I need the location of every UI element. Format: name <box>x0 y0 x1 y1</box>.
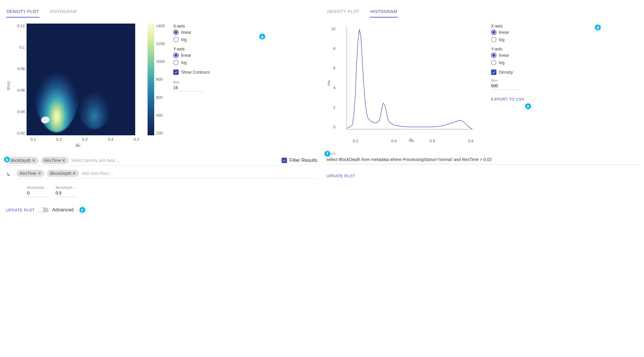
hist-xaxis-linear-radio[interactable]: linear <box>491 30 524 35</box>
xaxis-log-radio[interactable]: log <box>173 37 210 42</box>
right-tabs: DENSITY PLOT HISTOGRAM <box>327 6 638 18</box>
data-filter-placeholder: Add data filters ... <box>81 171 317 176</box>
tab-density-plot[interactable]: DENSITY PLOT <box>6 6 40 18</box>
density-colorbar: 1400 1200 1000 800 600 400 200 <box>145 24 165 135</box>
hist-yaxis-log-radio[interactable]: log <box>491 60 524 65</box>
query-label: Query <box>327 152 638 155</box>
bins-label: Bins <box>173 80 210 84</box>
left-tabs: DENSITY PLOT HISTOGRAM <box>6 6 317 18</box>
query-input[interactable]: select BlockDepth from metadata where Pr… <box>327 155 638 165</box>
close-icon[interactable]: ✕ <box>32 158 36 163</box>
density-xlabel: i/i₀ <box>17 143 139 148</box>
hist-xaxis-log-radio[interactable]: log <box>491 37 524 42</box>
histogram-svg <box>338 24 477 135</box>
histogram-chart[interactable]: 10 8 6 4 2 0 0.2 0.4 0.6 0.8 <box>338 24 477 143</box>
yaxis-label: Y-axis <box>173 47 210 51</box>
close-icon[interactable]: ✕ <box>38 171 41 176</box>
filter-results-checkbox[interactable]: Filter Results <box>282 158 317 163</box>
advanced-toggle[interactable] <box>38 207 49 212</box>
range-max-input[interactable] <box>56 189 77 197</box>
subarrow-icon: ↳ <box>6 171 11 178</box>
density-filters: b BlockDepth✕ ResTime✕ Select density pl… <box>6 157 317 197</box>
show-contours-checkbox[interactable]: Show Contours <box>173 69 210 75</box>
callout-c: c <box>78 206 86 214</box>
hist-yticks: 10 8 6 4 2 0 <box>331 27 337 129</box>
density-xticks: 0.1 0.2 0.3 0.4 0.5 <box>30 137 139 142</box>
density-controls: X-axis linear log Y-axis linear log Show… <box>173 24 210 96</box>
tab-histogram-right[interactable]: HISTOGRAM <box>370 6 398 18</box>
range-min-input[interactable] <box>27 189 48 197</box>
hist-xaxis-label: X-axis <box>491 24 524 28</box>
callout-e: e <box>524 102 532 110</box>
close-icon[interactable]: ✕ <box>72 171 76 176</box>
density-ylabel: t(ms) <box>6 81 11 90</box>
hist-bins-label: Bins <box>491 79 524 82</box>
range1-label: BlockDepth … <box>27 186 48 189</box>
xaxis-linear-radio[interactable]: linear <box>173 30 210 35</box>
callout-a: a <box>258 33 266 40</box>
hist-controls: X-axis linear log Y-axis linear log Dens… <box>491 24 524 101</box>
xaxis-label: X-axis <box>173 24 210 28</box>
chip-restime[interactable]: ResTime✕ <box>41 157 69 164</box>
range2-label: BlockDepth … <box>56 186 77 189</box>
update-row-right: UPDATE PLOT <box>327 174 638 178</box>
export-csv-button[interactable]: EXPORT TO CSV <box>491 97 524 101</box>
density-checkbox[interactable]: Density <box>491 69 524 75</box>
tab-density-plot-right[interactable]: DENSITY PLOT <box>327 6 360 18</box>
data-filter-row[interactable]: ResTime✕ BlockDepth✕ Add data filters ..… <box>17 170 317 178</box>
density-yticks: 0.12 0.1 0.08 0.06 0.04 0.02 <box>17 24 27 135</box>
hist-bins-input[interactable] <box>491 82 521 90</box>
chip-blockdepth[interactable]: BlockDepth✕ <box>6 157 39 164</box>
hist-yaxis-linear-radio[interactable]: linear <box>491 53 524 58</box>
callout-d: d <box>594 24 602 31</box>
update-row-left: UPDATE PLOT Advanced c <box>6 206 317 214</box>
density-chart-row: a t(ms) 0.12 0.1 0.08 0.06 0.04 0.02 <box>6 24 317 148</box>
histogram-chart-row: d rho 10 8 6 4 2 0 0.2 0.4 <box>327 24 638 143</box>
advanced-label: Advanced <box>52 207 74 213</box>
right-panel: DENSITY PLOT HISTOGRAM d rho 10 8 6 4 2 … <box>327 6 638 214</box>
close-icon[interactable]: ✕ <box>62 158 65 163</box>
chip-blockdepth-2[interactable]: BlockDepth✕ <box>47 170 79 177</box>
chip-restime-2[interactable]: ResTime✕ <box>17 170 44 177</box>
left-panel: DENSITY PLOT HISTOGRAM a t(ms) 0.12 0.1 … <box>6 6 317 214</box>
hist-ylabel: rho <box>327 80 331 86</box>
bins-input[interactable] <box>173 84 203 92</box>
update-plot-button[interactable]: UPDATE PLOT <box>6 208 35 212</box>
callout-f: f <box>324 150 331 158</box>
data-select-row[interactable]: BlockDepth✕ ResTime✕ Select density plot… <box>6 157 317 166</box>
tab-histogram[interactable]: HISTOGRAM <box>49 6 77 18</box>
update-plot-button-right[interactable]: UPDATE PLOT <box>327 174 355 178</box>
callout-b: b <box>3 156 11 163</box>
density-plot-area[interactable] <box>27 24 135 135</box>
density-chart: 0.12 0.1 0.08 0.06 0.04 0.02 <box>17 24 139 148</box>
hist-yaxis-label: Y-axis <box>491 47 524 51</box>
data-select-placeholder: Select density plot data ... <box>71 158 279 163</box>
yaxis-log-radio[interactable]: log <box>173 60 210 65</box>
hist-xticks: 0.2 0.4 0.6 0.8 <box>353 139 473 143</box>
yaxis-linear-radio[interactable]: linear <box>173 53 210 58</box>
query-block: f Query select BlockDepth from metadata … <box>327 152 638 165</box>
